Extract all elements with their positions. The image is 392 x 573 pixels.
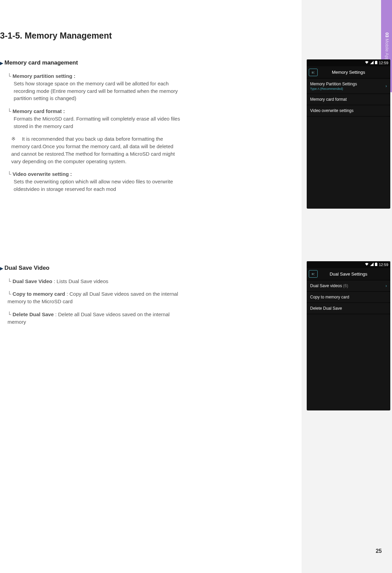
row-subtitle: Type A (Recommended) [310,87,357,90]
battery-icon [375,263,377,267]
phone-header: ≡: Memory Settings [307,66,390,79]
phone-title: Memory Settings [307,70,390,75]
corner-icon: └ [8,73,13,79]
corner-icon: └ [8,108,13,114]
item-body: Sets the overwriting option which will a… [14,178,183,193]
note-mark: ※ [11,136,16,142]
item-body-inline: : Lists Dual Save videos [52,278,108,284]
row-delete-dual-save[interactable]: Delete Dual Save [307,303,390,314]
item-label: Delete Dual Save [13,311,54,317]
wifi-icon [365,263,369,267]
status-bar: 12:59 [307,261,390,268]
chevron-right-icon: › [386,84,387,88]
format-note: ※ It is recommended that you back up dat… [11,135,183,165]
item-video-overwrite: └ Video overwrite setting : Sets the ove… [8,170,183,193]
section1-heading: ▶ Memory card management [0,59,183,66]
item-delete-dual-save: └ Delete Dual Save : Delete all Dual Sav… [8,311,183,326]
item-label: Dual Save Video [13,278,52,284]
section2-heading-text: Dual Save Video [4,265,49,271]
section-memory-card: ▶ Memory card management └ Memory partit… [0,59,302,193]
signal-icon [370,61,374,65]
menu-button[interactable]: ≡: [309,69,318,76]
item-copy-to-card: └ Copy to memory card : Copy all Dual Sa… [8,290,183,305]
svg-rect-1 [376,61,377,61]
status-bar: 12:59 [307,59,390,66]
triangle-icon: ▶ [0,61,3,66]
item-memory-partition: └ Memory partition setting : Sets how st… [8,72,183,102]
row-dual-save-videos[interactable]: Dual Save videos (6) › [307,280,390,292]
row-count: (6) [343,283,348,288]
svg-rect-0 [375,61,377,64]
row-memory-partition[interactable]: Memory Partition Settings Type A (Recomm… [307,79,390,94]
svg-rect-3 [376,263,377,263]
phone-screenshot-memory: 12:59 ≡: Memory Settings Memory Partitio… [307,59,390,209]
item-body: Sets how storage space on the memory car… [14,80,183,102]
corner-icon: └ [8,291,13,297]
item-label: Copy to memory card [13,291,65,297]
note-body: It is recommended that you back up data … [11,136,175,164]
item-dual-save-video: └ Dual Save Video : Lists Dual Save vide… [8,278,183,285]
svg-rect-2 [375,263,377,266]
section2-text: ▶ Dual Save Video └ Dual Save Video : Li… [0,265,183,326]
page-number: 25 [376,548,382,554]
item-label: Memory partition setting : [13,73,75,79]
phone-screenshot-dualsave: 12:59 ≡: Dual Save Settings Dual Save vi… [307,261,390,410]
triangle-icon: ▶ [0,266,3,271]
status-time: 12:59 [379,263,388,267]
menu-button[interactable]: ≡: [309,270,318,278]
row-main: Dual Save videos [310,283,342,288]
chevron-right-icon: › [386,283,387,288]
menu-icon: ≡: [311,70,315,74]
row-main: Video overwrite settings [310,108,353,113]
chapter-number: 03 [384,32,390,37]
item-body: Formats the MicroSD card. Formatting wil… [14,115,183,130]
row-memory-format[interactable]: Memory card format [307,94,390,105]
signal-icon [370,263,374,267]
phone-title: Dual Save Settings [307,271,390,277]
section-dual-save: ▶ Dual Save Video └ Dual Save Video : Li… [0,265,302,326]
item-label: Video overwrite setting : [13,171,72,177]
row-main: Delete Dual Save [310,306,342,311]
menu-icon: ≡: [311,272,315,276]
section2-heading: ▶ Dual Save Video [0,265,183,271]
status-time: 12:59 [379,61,388,65]
phone-header: ≡: Dual Save Settings [307,268,390,280]
wifi-icon [365,61,369,65]
page-title: 3-1-5. Memory Management [0,31,302,41]
section1-heading-text: Memory card management [4,59,78,66]
section1-text: ▶ Memory card management └ Memory partit… [0,59,183,193]
row-main: Memory Partition Settings [310,82,357,86]
item-label: Memory card format : [13,108,65,114]
item-memory-format: └ Memory card format : Formats the Micro… [8,108,183,130]
row-video-overwrite[interactable]: Video overwrite settings [307,105,390,116]
corner-icon: └ [8,311,13,317]
row-copy-to-card[interactable]: Copy to memory card [307,292,390,303]
row-main: Copy to memory card [310,295,349,299]
page-content: 3-1-5. Memory Management ▶ Memory card m… [0,0,302,573]
corner-icon: └ [8,278,13,284]
row-main: Memory card format [310,97,347,102]
corner-icon: └ [8,171,13,177]
battery-icon [375,61,377,65]
